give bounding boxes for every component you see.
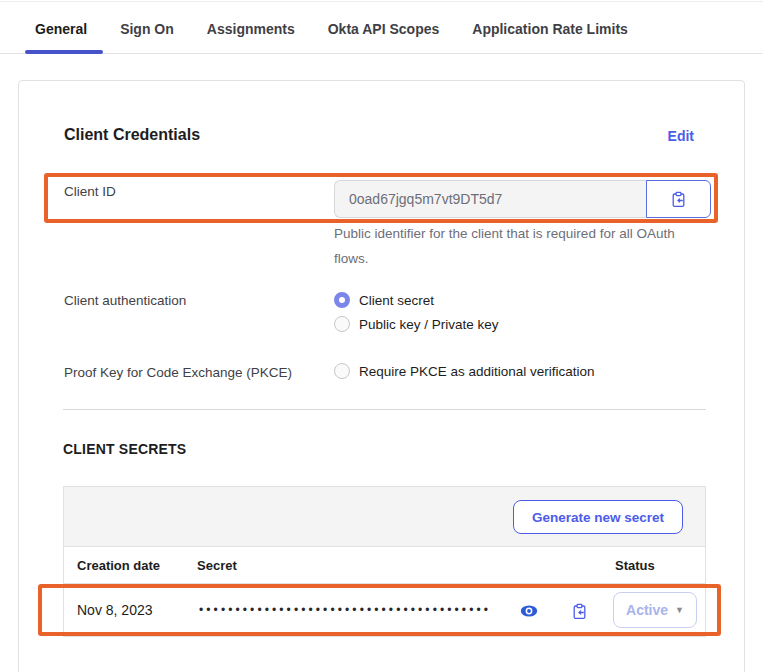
clipboard-copy-icon <box>670 191 687 208</box>
client-id-label: Client ID <box>64 184 116 199</box>
active-tab-underline <box>25 50 103 54</box>
reveal-secret-button[interactable] <box>519 601 539 621</box>
secrets-table-header: Creation date Secret Status <box>64 547 705 584</box>
clipboard-copy-icon <box>571 603 588 620</box>
secret-creation-date: Nov 8, 2023 <box>77 584 153 636</box>
status-badge: Active <box>626 602 668 618</box>
radio-unselected-icon[interactable] <box>334 316 350 332</box>
table-row: Nov 8, 2023 ••••••••••••••••••••••••••••… <box>64 584 705 636</box>
client-secrets-title: CLIENT SECRETS <box>63 441 186 457</box>
tab-okta-api-scopes[interactable]: Okta API Scopes <box>328 17 440 47</box>
tab-assignments[interactable]: Assignments <box>207 17 295 47</box>
secret-status-dropdown[interactable]: Active ▼ <box>613 592 697 628</box>
client-secrets-table: Generate new secret Creation date Secret… <box>63 486 706 637</box>
column-header-secret: Secret <box>197 547 237 584</box>
edit-button[interactable]: Edit <box>668 128 694 144</box>
radio-client-secret-label: Client secret <box>359 293 434 308</box>
client-id-field-group <box>334 180 711 218</box>
window-top-divider <box>0 1 763 2</box>
secret-masked-value: •••••••••••••••••••••••••••••••••••••••• <box>199 584 491 636</box>
column-header-status: Status <box>615 547 655 584</box>
secrets-table-toolbar: Generate new secret <box>64 487 705 547</box>
caret-down-icon: ▼ <box>675 606 684 615</box>
client-id-help-text: Public identifier for the client that is… <box>334 221 706 271</box>
radio-public-private-key-label: Public key / Private key <box>359 317 499 332</box>
copy-secret-button[interactable] <box>569 601 589 621</box>
panel-title: Client Credentials <box>64 126 200 144</box>
pkce-label: Proof Key for Code Exchange (PKCE) <box>64 365 292 380</box>
radio-public-private-key[interactable]: Public key / Private key <box>334 316 499 332</box>
column-header-creation-date: Creation date <box>77 547 160 584</box>
generate-new-secret-button[interactable]: Generate new secret <box>513 500 683 534</box>
client-credentials-card: Client Credentials Edit Client ID Public… <box>18 80 745 672</box>
client-id-input[interactable] <box>334 180 646 218</box>
pkce-checkbox-icon[interactable] <box>334 363 350 379</box>
tab-sign-on[interactable]: Sign On <box>120 17 174 47</box>
tab-application-rate-limits[interactable]: Application Rate Limits <box>472 17 628 47</box>
tabbar-divider <box>0 53 763 54</box>
pkce-option-label: Require PKCE as additional verification <box>359 364 595 379</box>
okta-app-settings-page: General Sign On Assignments Okta API Sco… <box>0 0 763 672</box>
pkce-checkbox-row[interactable]: Require PKCE as additional verification <box>334 363 595 379</box>
radio-client-secret[interactable]: Client secret <box>334 292 434 308</box>
copy-client-id-button[interactable] <box>646 180 711 218</box>
section-divider <box>63 409 706 410</box>
client-authentication-label: Client authentication <box>64 293 186 308</box>
app-tabbar: General Sign On Assignments Okta API Sco… <box>35 17 628 47</box>
radio-selected-icon[interactable] <box>334 292 350 308</box>
tab-general[interactable]: General <box>35 17 87 47</box>
eye-icon <box>520 604 538 618</box>
